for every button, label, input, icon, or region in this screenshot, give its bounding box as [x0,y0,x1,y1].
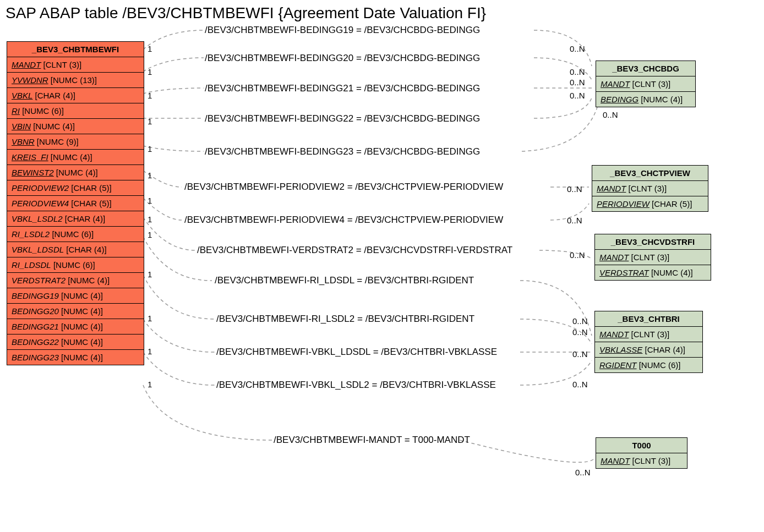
entity-chctpview-row-1: PERIODVIEW [CHAR (5)] [592,196,708,211]
relation-6: /BEV3/CHBTMBEWFI-PERIODVIEW4 = /BEV3/CHC… [184,215,503,226]
entity-chcbdg-row-1: BEDINGG [NUMC (4)] [596,92,695,107]
card-right-1: 0..N [570,67,585,76]
entity-chtbri-header: _BEV3_CHTBRI [595,311,702,327]
entity-main-row-11: RI_LSDL2 [NUMC (6)] [7,227,144,242]
card-left-10: 1 [148,314,152,323]
entity-chtbri-row-2: RGIDENT [NUMC (6)] [595,358,702,372]
entity-main-row-8: PERIODVIEW2 [CHAR (5)] [7,180,144,196]
card-left-5: 1 [148,171,152,180]
entity-main-row-2: VBKL [CHAR (4)] [7,88,144,103]
entity-main-row-5: VBNR [NUMC (9)] [7,134,144,150]
relation-7: /BEV3/CHBTMBEWFI-VERDSTRAT2 = /BEV3/CHCV… [197,245,512,256]
entity-main-row-19: BEDINGG23 [NUMC (4)] [7,350,144,365]
card-right-8: 0..N [572,316,588,326]
entity-main-header: _BEV3_CHBTMBEWFI [7,42,144,57]
card-right-10: 0..N [572,349,588,359]
card-right-11: 0..N [572,380,588,389]
relation-5: /BEV3/CHBTMBEWFI-PERIODVIEW2 = /BEV3/CHC… [184,182,503,193]
entity-main-row-7: BEWINST2 [NUMC (4)] [7,165,144,180]
entity-main-row-0: MANDT [CLNT (3)] [7,57,144,73]
entity-main-row-18: BEDINGG22 [NUMC (4)] [7,334,144,350]
entity-main-row-3: RI [NUMC (6)] [7,103,144,119]
entity-main-row-9: PERIODVIEW4 [CHAR (5)] [7,196,144,211]
card-left-6: 1 [148,196,152,205]
relation-0: /BEV3/CHBTMBEWFI-BEDINGG19 = /BEV3/CHCBD… [205,25,480,36]
diagram-title: SAP ABAP table /BEV3/CHBTMBEWFI {Agreeme… [6,4,486,22]
card-left-4: 1 [148,144,152,153]
entity-main-row-4: VBIN [NUMC (4)] [7,119,144,134]
card-right-3: 0..N [570,91,585,100]
entity-main: _BEV3_CHBTMBEWFI MANDT [CLNT (3)]YVWDNR … [7,41,144,365]
entity-chcbdg-row-0: MANDT [CLNT (3)] [596,76,695,92]
card-left-11: 1 [148,347,152,356]
relation-4: /BEV3/CHBTMBEWFI-BEDINGG23 = /BEV3/CHCBD… [205,146,480,157]
card-left-7: 1 [148,215,152,224]
card-left-3: 1 [148,117,152,126]
entity-main-row-14: VERDSTRAT2 [NUMC (4)] [7,273,144,288]
entity-chcvdstrfi: _BEV3_CHCVDSTRFI MANDT [CLNT (3)] VERDST… [594,234,711,281]
card-right-4: 0..N [603,110,618,119]
entity-chcvdstrfi-header: _BEV3_CHCVDSTRFI [595,234,711,250]
entity-main-row-16: BEDINGG20 [NUMC (4)] [7,304,144,319]
relation-12: /BEV3/CHBTMBEWFI-MANDT = T000-MANDT [274,435,470,446]
relation-10: /BEV3/CHBTMBEWFI-VBKL_LDSDL = /BEV3/CHTB… [216,347,497,358]
relation-1: /BEV3/CHBTMBEWFI-BEDINGG20 = /BEV3/CHCBD… [205,53,480,64]
entity-chcbdg: _BEV3_CHCBDG MANDT [CLNT (3)] BEDINGG [N… [596,61,696,107]
entity-chtbri: _BEV3_CHTBRI MANDT [CLNT (3)] VBKLASSE [… [594,311,703,373]
entity-chctpview-header: _BEV3_CHCTPVIEW [592,166,708,181]
entity-main-row-17: BEDINGG21 [NUMC (4)] [7,319,144,334]
entity-chcvdstrfi-row-0: MANDT [CLNT (3)] [595,250,711,265]
card-left-8: 1 [148,230,152,239]
relation-8: /BEV3/CHBTMBEWFI-RI_LDSDL = /BEV3/CHTBRI… [215,275,474,286]
card-left-1: 1 [148,67,152,76]
entity-chcbdg-header: _BEV3_CHCBDG [596,61,695,76]
entity-t000: T000 MANDT [CLNT (3)] [596,437,687,469]
entity-main-row-6: KREIS_FI [NUMC (4)] [7,150,144,165]
card-left-2: 1 [148,91,152,100]
card-right-5: 0..N [567,184,582,194]
card-right-0: 0..N [570,44,585,53]
entity-t000-header: T000 [596,438,687,453]
relation-2: /BEV3/CHBTMBEWFI-BEDINGG21 = /BEV3/CHCBD… [205,83,480,94]
entity-chcvdstrfi-row-1: VERDSTRAT [NUMC (4)] [595,265,711,280]
entity-chctpview-row-0: MANDT [CLNT (3)] [592,181,708,196]
entity-main-row-15: BEDINGG19 [NUMC (4)] [7,288,144,304]
relation-9: /BEV3/CHBTMBEWFI-RI_LSDL2 = /BEV3/CHTBRI… [216,314,474,325]
entity-t000-row-0: MANDT [CLNT (3)] [596,453,687,468]
entity-main-row-13: RI_LDSDL [NUMC (6)] [7,257,144,273]
entity-chctpview: _BEV3_CHCTPVIEW MANDT [CLNT (3)] PERIODV… [592,165,708,212]
card-right-12: 0..N [575,468,591,477]
relation-3: /BEV3/CHBTMBEWFI-BEDINGG22 = /BEV3/CHCBD… [205,113,480,124]
entity-chtbri-row-1: VBKLASSE [CHAR (4)] [595,342,702,358]
card-right-6: 0..N [567,216,582,225]
card-right-2: 0..N [570,78,585,87]
card-right-9: 0..N [572,327,588,337]
entity-chtbri-row-0: MANDT [CLNT (3)] [595,327,702,342]
card-right-7: 0..N [570,250,585,260]
card-left-0: 1 [148,44,152,53]
entity-main-row-10: VBKL_LSDL2 [CHAR (4)] [7,211,144,227]
card-left-12: 1 [148,380,152,389]
entity-main-row-12: VBKL_LDSDL [CHAR (4)] [7,242,144,257]
entity-main-row-1: YVWDNR [NUMC (13)] [7,73,144,88]
card-left-9: 1 [148,270,152,279]
relation-11: /BEV3/CHBTMBEWFI-VBKL_LSDL2 = /BEV3/CHTB… [216,380,496,391]
